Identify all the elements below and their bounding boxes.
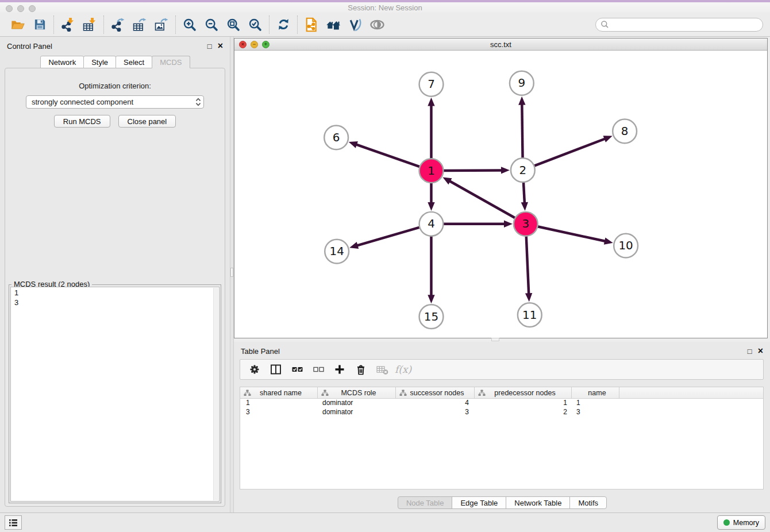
tab-style[interactable]: Style (83, 56, 116, 68)
zoom-fit-button[interactable] (222, 15, 244, 34)
export-network-button[interactable] (107, 15, 129, 34)
columns-icon (270, 364, 282, 375)
tab-select[interactable]: Select (116, 56, 152, 68)
add-column-button[interactable] (331, 361, 348, 378)
save-session-button[interactable] (29, 15, 51, 34)
close-window-light[interactable] (6, 5, 13, 12)
close-panel-icon[interactable]: × (218, 41, 223, 51)
export-table-button[interactable] (129, 15, 151, 34)
hide-vizmap-button[interactable] (344, 15, 366, 34)
tab-node-table[interactable]: Node Table (398, 496, 453, 509)
run-mcds-button[interactable]: Run MCDS (54, 115, 110, 128)
arrowhead-2-3 (521, 202, 528, 211)
column-header-predecessor-nodes[interactable]: predecessor nodes (475, 387, 572, 398)
column-type-icon (399, 390, 407, 396)
network-minimize-light[interactable]: − (251, 41, 258, 48)
zoom-selected-button[interactable] (244, 15, 266, 34)
home-layout-button[interactable] (322, 15, 344, 34)
houses-icon (326, 18, 341, 31)
list-icon (9, 519, 18, 527)
select-all-button[interactable] (288, 361, 306, 378)
table-row[interactable]: 3dominator323 (240, 408, 763, 417)
tab-edge-table[interactable]: Edge Table (452, 496, 506, 509)
edge-3-1[interactable] (449, 181, 516, 218)
network-close-light[interactable]: × (239, 41, 247, 48)
network-from-file-button[interactable] (301, 15, 322, 34)
tab-network[interactable]: Network (40, 56, 84, 68)
memory-button[interactable]: Memory (717, 515, 765, 530)
table-settings-button[interactable] (246, 361, 263, 378)
window-title: Session: New Session (0, 3, 770, 12)
edge-4-14[interactable] (357, 227, 421, 245)
graph-node-label-15: 15 (424, 310, 438, 323)
open-session-button[interactable] (7, 15, 29, 34)
column-header-shared-name[interactable]: shared name (240, 387, 318, 398)
vertical-splitter[interactable] (230, 37, 234, 512)
show-columns-button[interactable] (267, 361, 284, 378)
import-network-button[interactable] (57, 15, 79, 34)
column-header-name[interactable]: name (572, 387, 619, 398)
float-table-panel-icon[interactable]: □ (748, 348, 752, 355)
zoom-in-icon (183, 18, 197, 32)
task-history-button[interactable] (5, 515, 22, 530)
deselect-all-button[interactable] (310, 361, 327, 378)
arrowhead-3-10 (604, 238, 613, 245)
edge-2-8[interactable] (533, 138, 605, 166)
search-box[interactable] (595, 18, 763, 32)
memory-status-dot (723, 519, 730, 526)
search-input[interactable] (611, 20, 758, 29)
delete-column-button[interactable] (352, 361, 369, 378)
tab-mcds[interactable]: MCDS (152, 56, 190, 68)
main-toolbar (0, 13, 770, 37)
table-cell: 3 (572, 408, 619, 417)
graph-node-label-2: 2 (519, 164, 527, 177)
tab-network-table[interactable]: Network Table (506, 496, 570, 509)
network-window-titlebar[interactable]: × − + scc.txt (234, 38, 767, 51)
edge-3-10[interactable] (537, 226, 606, 241)
import-table-button[interactable] (79, 15, 101, 34)
window-traffic-lights[interactable] (6, 5, 36, 12)
graph-node-label-14: 14 (329, 245, 344, 258)
column-header-successor-nodes[interactable]: successor nodes (396, 387, 475, 398)
close-table-panel-icon[interactable]: × (758, 346, 763, 356)
horizontal-splitter-handle[interactable] (491, 338, 499, 341)
vertical-splitter-handle[interactable] (230, 268, 233, 277)
optimization-criterion-select[interactable]: strongly connected component (26, 95, 204, 109)
network-canvas[interactable]: 7968124314101511 (234, 51, 767, 338)
graph-node-label-7: 7 (428, 78, 435, 91)
edge-1-6[interactable] (356, 144, 421, 167)
eye-icon (369, 18, 385, 31)
network-graph[interactable]: 7968124314101511 (234, 51, 767, 338)
zoom-out-button[interactable] (201, 15, 222, 34)
edge-2-3[interactable] (523, 182, 525, 203)
criterion-selected-value: strongly connected component (32, 98, 195, 106)
export-image-button[interactable] (151, 15, 172, 34)
graph-node-label-10: 10 (618, 239, 633, 252)
column-header-MCDS-role[interactable]: MCDS role (318, 387, 396, 398)
tab-motifs[interactable]: Motifs (569, 496, 607, 509)
mcds-result-textarea[interactable]: 1 3 (10, 287, 220, 502)
maximize-window-light[interactable] (29, 5, 36, 12)
apply-layout-button[interactable] (272, 15, 294, 34)
control-panel: Control Panel □ × NetworkStyleSelectMCDS… (0, 37, 230, 512)
minimize-window-light[interactable] (17, 5, 24, 12)
export-network-icon (111, 18, 125, 32)
zoom-in-button[interactable] (179, 15, 201, 34)
close-panel-button[interactable]: Close panel (118, 115, 176, 128)
edge-1-2[interactable] (442, 170, 502, 171)
arrowhead-1-6 (349, 141, 358, 148)
column-type-icon (244, 390, 251, 396)
arrowhead-1-4 (428, 202, 434, 211)
table-row[interactable]: 1dominator411 (240, 399, 763, 408)
edge-3-11[interactable] (526, 236, 529, 295)
arrowhead-1-7 (428, 98, 434, 106)
result-scrollbar[interactable] (213, 288, 218, 500)
table-rows: 1dominator4113dominator323 (240, 399, 763, 417)
network-maximize-light[interactable]: + (262, 41, 270, 48)
column-label: shared name (251, 389, 317, 397)
graphics-details-button[interactable] (366, 15, 388, 34)
edge-2-9[interactable] (522, 104, 522, 159)
checked-boxes-icon (291, 364, 303, 375)
float-panel-icon[interactable]: □ (207, 43, 212, 50)
toolbar-separator (103, 16, 104, 34)
